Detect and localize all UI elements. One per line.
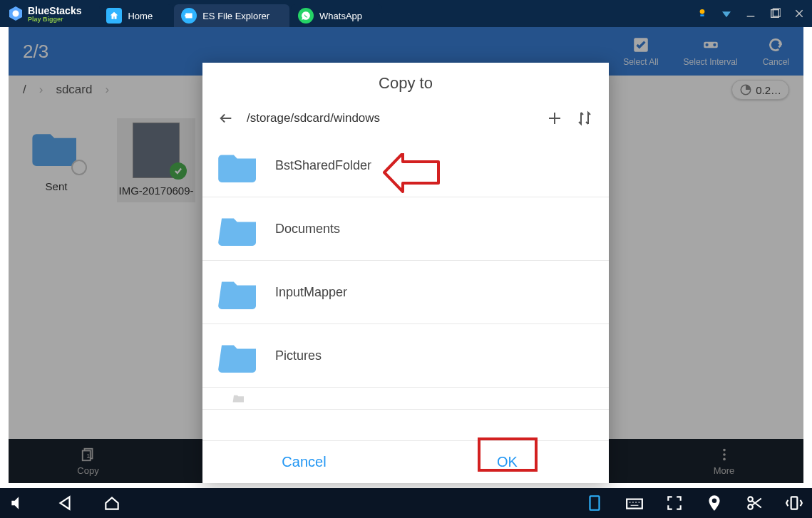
tab-es-file-explorer[interactable]: ES File Explorer	[174, 4, 289, 27]
app-tabs: Home ES File Explorer WhatsApp	[99, 0, 697, 27]
minimize-icon[interactable]	[745, 8, 756, 19]
file-item-folder[interactable]: Sent	[17, 118, 96, 194]
folder-row[interactable]: Pictures	[202, 324, 609, 388]
action-label: Cancel	[763, 57, 789, 67]
chevron-right-icon: ›	[39, 83, 43, 97]
svg-rect-17	[627, 499, 642, 509]
more-vertical-icon	[716, 447, 732, 462]
file-item-image[interactable]: IMG-20170609-	[117, 118, 195, 202]
svg-point-14	[723, 453, 726, 456]
folder-list[interactable]: BstSharedFolder Documents InputMapper Pi…	[202, 134, 609, 440]
undo-icon	[766, 36, 785, 54]
brand-name: BlueStacks	[28, 5, 81, 16]
shake-icon[interactable]	[785, 494, 803, 512]
back-arrow-icon[interactable]	[218, 110, 234, 126]
svg-point-15	[723, 457, 726, 460]
folder-row[interactable]	[202, 388, 609, 410]
es-explorer-icon	[181, 8, 197, 24]
add-folder-icon[interactable]	[546, 110, 563, 127]
svg-point-0	[14, 11, 19, 16]
selection-circle[interactable]	[71, 160, 87, 175]
home-nav-icon[interactable]	[103, 494, 121, 512]
action-label: Select Interval	[684, 57, 738, 67]
svg-point-13	[723, 448, 726, 451]
tab-whatsapp[interactable]: WhatsApp	[291, 4, 382, 27]
folder-name: Pictures	[275, 348, 322, 363]
maximize-icon[interactable]	[769, 8, 781, 19]
pie-chart-icon	[739, 83, 752, 96]
home-icon	[106, 8, 122, 24]
action-label: Select All	[623, 57, 658, 67]
tab-home[interactable]: Home	[99, 4, 173, 27]
breadcrumb-part[interactable]: sdcard	[56, 83, 92, 97]
svg-point-7	[705, 43, 708, 46]
copy-button[interactable]: 1 Copy	[9, 439, 168, 483]
keyboard-icon[interactable]	[625, 494, 644, 512]
copy-icon: 1	[81, 447, 96, 462]
dialog-cancel-button[interactable]: Cancel	[202, 441, 406, 483]
file-name: IMG-20170609-	[118, 184, 193, 198]
tab-label: WhatsApp	[319, 11, 362, 21]
folder-row[interactable]: Documents	[202, 197, 609, 261]
fullscreen-icon[interactable]	[665, 494, 684, 512]
window-title-bar: BlueStacks Play Bigger Home ES File Expl…	[0, 0, 812, 27]
sort-icon[interactable]	[576, 110, 593, 127]
svg-rect-20	[791, 497, 798, 509]
android-nav-bar	[0, 488, 812, 518]
folder-icon	[218, 275, 259, 309]
selection-check-icon[interactable]	[170, 162, 187, 180]
chevron-right-icon: ›	[105, 83, 109, 97]
svg-text:1: 1	[86, 452, 90, 459]
folder-name: Documents	[275, 222, 340, 237]
window-controls	[697, 8, 805, 19]
network-icon[interactable]	[721, 8, 732, 19]
check-icon	[632, 36, 650, 54]
location-icon[interactable]	[705, 494, 724, 512]
button-label: More	[714, 465, 735, 476]
app-promo-icon[interactable]	[697, 8, 708, 19]
whatsapp-icon	[298, 8, 314, 24]
more-button[interactable]: More	[644, 439, 803, 483]
tab-label: ES File Explorer	[202, 11, 269, 21]
copy-to-dialog: Copy to /storage/sdcard/windows BstShare…	[202, 63, 609, 483]
select-all-button[interactable]: Select All	[623, 36, 658, 67]
volume-icon[interactable]	[9, 494, 27, 512]
breadcrumb-part[interactable]: /	[23, 83, 26, 97]
dialog-ok-button[interactable]: OK	[406, 441, 609, 483]
folder-icon	[218, 393, 259, 403]
svg-rect-16	[590, 496, 600, 510]
folder-row[interactable]: InputMapper	[202, 261, 609, 324]
file-name: Sent	[46, 180, 68, 194]
tablet-icon[interactable]	[585, 494, 604, 512]
svg-rect-2	[747, 16, 755, 16]
current-path[interactable]: /storage/sdcard/windows	[247, 111, 533, 125]
folder-icon	[218, 212, 259, 246]
analyze-value: 0.2…	[756, 84, 781, 96]
scissors-icon[interactable]	[745, 494, 764, 512]
back-nav-icon[interactable]	[56, 494, 74, 512]
svg-point-1	[700, 9, 705, 14]
select-interval-button[interactable]: Select Interval	[684, 36, 738, 67]
dialog-path-bar: /storage/sdcard/windows	[202, 103, 609, 134]
button-label: Copy	[77, 465, 98, 476]
brand-tagline: Play Bigger	[28, 16, 81, 23]
interval-icon	[701, 36, 720, 54]
folder-icon	[218, 338, 259, 373]
folder-icon	[218, 148, 259, 182]
cancel-button[interactable]: Cancel	[763, 36, 789, 67]
folder-row[interactable]: BstSharedFolder	[202, 134, 609, 197]
dialog-footer: Cancel OK	[202, 440, 609, 483]
analyze-button[interactable]: 0.2…	[731, 80, 789, 100]
bluestacks-logo: BlueStacks Play Bigger	[7, 4, 81, 23]
folder-name: BstSharedFolder	[275, 158, 371, 173]
folder-icon	[32, 126, 81, 166]
selection-count: 2/3	[23, 41, 623, 63]
svg-point-8	[713, 43, 716, 46]
dialog-title: Copy to	[202, 63, 609, 103]
tab-label: Home	[128, 11, 153, 21]
bluestacks-logo-icon	[7, 5, 24, 22]
close-icon[interactable]	[793, 8, 805, 19]
folder-name: InputMapper	[275, 285, 347, 300]
